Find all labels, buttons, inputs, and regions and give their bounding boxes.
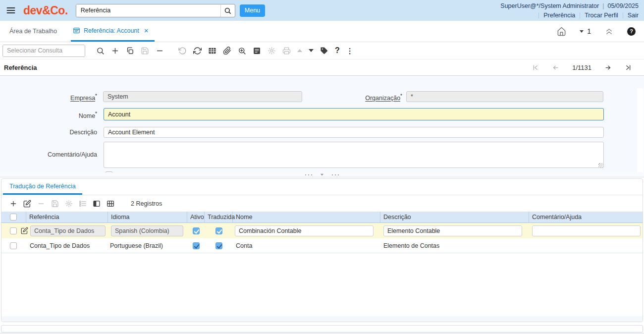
add-row-icon[interactable] xyxy=(9,200,17,208)
empresa-field xyxy=(103,91,302,102)
column-traduzida[interactable]: Traduzida xyxy=(205,212,233,223)
find-record-icon[interactable] xyxy=(96,47,105,55)
detail-panel: Tradução de Referência 2 Registros Refer… xyxy=(1,178,643,322)
record-title: Referência xyxy=(4,64,37,71)
question-glyph: ? xyxy=(630,28,633,34)
preferencia-link[interactable]: Preferência xyxy=(543,12,575,19)
refresh-icon[interactable] xyxy=(193,47,202,55)
top-header: dev&Co. Menu SuperUser@*/System Administ… xyxy=(0,0,644,21)
tab-traducao-de-referencia[interactable]: Tradução de Referência xyxy=(3,179,82,195)
table-row[interactable] xyxy=(1,223,643,238)
required-marker: * xyxy=(400,93,402,99)
comentario-field[interactable] xyxy=(104,142,604,168)
descricao-cell-field[interactable] xyxy=(383,225,522,236)
record-header: Referência 1/1131 xyxy=(0,59,644,76)
separator xyxy=(580,12,580,18)
home-icon[interactable] xyxy=(557,27,566,36)
required-marker: * xyxy=(95,93,97,99)
tab-referencia-account[interactable]: Referência: Account × xyxy=(71,21,155,42)
checklist-icon xyxy=(79,200,87,208)
window-toolbar: ? ⋮ xyxy=(0,42,644,59)
table-header: Referência Idioma Ativo Traduzida Nome D… xyxy=(1,212,643,223)
chat-notes-icon[interactable] xyxy=(253,47,261,55)
save-icon xyxy=(141,47,149,55)
detail-panel-footer xyxy=(1,316,643,322)
column-descricao[interactable]: Descrição xyxy=(380,212,529,223)
previous-record-icon xyxy=(552,64,559,71)
process-gear-icon xyxy=(268,47,276,55)
user-area: SuperUser@*/System Administrator | 05/09… xyxy=(500,1,644,20)
tab-label: Referência: Account xyxy=(84,27,139,34)
delete-record-icon[interactable] xyxy=(156,47,164,55)
open-windows-counter[interactable]: 1 xyxy=(580,27,591,35)
separator: | xyxy=(602,2,604,9)
form-scrollbar[interactable] xyxy=(637,88,644,174)
date-label: 05/09/2025 xyxy=(607,2,639,9)
detail-tab-label: Tradução de Referência xyxy=(9,183,76,190)
global-search-input[interactable] xyxy=(76,4,220,17)
next-record-icon[interactable] xyxy=(604,64,612,71)
detail-record-icon[interactable] xyxy=(309,49,314,52)
traduzida-checkbox[interactable] xyxy=(215,242,222,249)
status-bar xyxy=(1,325,643,333)
descricao-field[interactable] xyxy=(104,127,604,138)
copy-record-icon[interactable] xyxy=(126,47,134,55)
menu-button[interactable]: Menu xyxy=(240,4,265,17)
hamburger-menu-icon[interactable] xyxy=(6,5,16,15)
comentario-label: Comentário/Ajuda xyxy=(0,151,97,158)
row-checkbox[interactable] xyxy=(10,227,17,234)
query-select[interactable] xyxy=(2,45,85,57)
trocar-perfil-link[interactable]: Trocar Perfil xyxy=(585,12,618,19)
last-record-icon[interactable] xyxy=(625,64,632,71)
panel-splitter[interactable] xyxy=(0,172,644,177)
print-icon xyxy=(282,47,291,55)
form-view-icon[interactable] xyxy=(93,200,101,208)
chevron-down-icon xyxy=(580,30,584,33)
empresa-label: Empresa* xyxy=(0,93,97,102)
column-referencia[interactable]: Referência xyxy=(26,212,108,223)
row-checkbox[interactable] xyxy=(10,242,17,249)
table-row[interactable]: Conta_Tipo de Dados Portuguese (Brazil) … xyxy=(1,238,643,253)
overflow-menu-icon[interactable]: ⋮ xyxy=(346,47,354,55)
comentario-cell-field[interactable] xyxy=(532,225,641,236)
zoom-across-icon[interactable] xyxy=(238,47,246,55)
column-comentario[interactable]: Comentário/Ajuda xyxy=(529,212,643,223)
ativo-cell xyxy=(187,227,205,234)
new-record-icon[interactable] xyxy=(111,47,119,55)
grid-toggle-icon[interactable] xyxy=(208,47,216,55)
query-select-input[interactable] xyxy=(3,45,85,56)
sair-link[interactable]: Sair xyxy=(628,12,639,19)
column-idioma[interactable]: Idioma xyxy=(108,212,187,223)
textarea-resize-handle[interactable] xyxy=(598,163,603,167)
traduzida-checkbox[interactable] xyxy=(215,227,222,234)
nome-cell-field[interactable] xyxy=(235,225,374,236)
splitter-dots xyxy=(332,174,339,175)
comentario-cell xyxy=(529,225,643,236)
help-icon[interactable]: ? xyxy=(627,27,636,36)
edit-row-toolbar-icon[interactable] xyxy=(23,200,31,208)
record-count: 2 Registros xyxy=(131,200,162,207)
traduzida-cell xyxy=(205,227,233,234)
parent-record-icon xyxy=(297,49,302,52)
attachment-icon[interactable] xyxy=(223,47,231,55)
brand-logo[interactable]: dev&Co. xyxy=(23,4,68,17)
select-all-cell xyxy=(1,212,26,223)
collapse-all-icon[interactable] xyxy=(604,27,614,36)
column-nome[interactable]: Nome xyxy=(233,212,380,223)
help-question-icon[interactable]: ? xyxy=(335,46,340,55)
referencia-cell: Conta_Tipo de Dados xyxy=(26,242,108,249)
column-ativo[interactable]: Ativo xyxy=(187,212,205,223)
close-tab-icon[interactable]: × xyxy=(144,26,149,35)
select-all-checkbox[interactable] xyxy=(10,214,17,221)
nome-field[interactable] xyxy=(104,108,604,120)
process-row-gear-icon xyxy=(65,200,73,208)
ativo-checkbox[interactable] xyxy=(193,242,200,249)
save-row-icon xyxy=(51,200,59,208)
grid-view-icon[interactable] xyxy=(107,200,114,208)
tab-area-de-trabalho[interactable]: Área de Trabalho xyxy=(6,21,60,42)
label-tag-icon[interactable] xyxy=(320,47,328,55)
ativo-checkbox[interactable] xyxy=(193,227,200,234)
window-tabbar: Área de Trabalho Referência: Account × 1… xyxy=(0,21,644,42)
search-icon[interactable] xyxy=(220,4,235,17)
separator xyxy=(538,12,539,18)
